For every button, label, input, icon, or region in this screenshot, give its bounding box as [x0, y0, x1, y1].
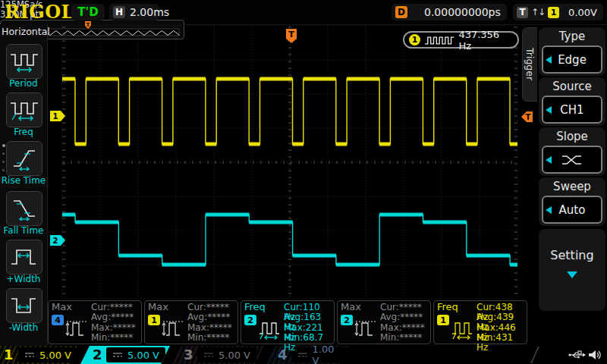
measurement-value-row: Min:*****	[380, 333, 422, 343]
pulse-train-icon	[424, 35, 454, 46]
expand-down-icon	[567, 271, 577, 278]
measurement-value-row: Cur:*****	[91, 303, 133, 312]
measurement-value-row: Min:*****	[91, 333, 133, 343]
freq-measure-icon	[450, 318, 474, 340]
measure-icon-holder	[64, 318, 89, 344]
trigger-status-badge: T'D	[71, 4, 105, 20]
sweep-button[interactable]: Auto	[542, 196, 602, 224]
delay-value: 0.00000000ps	[424, 6, 501, 18]
menu-item-label: Fall Time	[0, 225, 47, 236]
freq-measure-icon	[257, 318, 281, 340]
source-button[interactable]: CH1	[542, 96, 602, 124]
channel-scale-box: 5.00 V	[197, 347, 256, 362]
channel-number: 2	[93, 347, 102, 362]
type-button[interactable]: Edge	[542, 46, 602, 74]
trigger-tab: Trigger	[522, 27, 537, 102]
measurement-value-row: Max:*****	[91, 323, 136, 333]
trigger-label: T	[517, 7, 528, 18]
scroll-indicator-dot	[2, 161, 5, 163]
fall-time-icon	[9, 196, 39, 221]
menu-item-freq[interactable]	[6, 93, 42, 127]
rigol-logo: RIGOL	[5, 1, 74, 23]
measurement-value-row: Cur:*****	[380, 303, 422, 312]
channel-1-block[interactable]: 15.00 V	[0, 346, 79, 364]
sweep-value: Auto	[559, 203, 586, 217]
trigger-info-box[interactable]: T ↑↓ 1 0.00V	[513, 4, 603, 20]
measurement-value-row: Min:68.7 Hz	[284, 333, 334, 353]
menu-section-sweep: SweepAuto	[539, 177, 605, 226]
h-label: H	[113, 6, 125, 18]
menu-item-fall-time[interactable]	[6, 191, 42, 226]
trigger-level-value: 0.00V	[568, 7, 597, 18]
measurement-panel-2[interactable]: Max1Cur:*****Avg:*****Max:*****Min:*****	[144, 300, 238, 344]
section-title-type: Type	[539, 27, 605, 43]
menu-arrow-left-icon	[546, 156, 552, 164]
svg-text:2: 2	[53, 237, 58, 245]
waveform-display: TT12	[47, 24, 537, 300]
menu-item-period[interactable]	[6, 44, 42, 79]
menu-section-type: TypeEdge	[539, 27, 605, 76]
menu-section-slope: Slope	[539, 127, 605, 176]
max-measure-icon	[161, 318, 185, 340]
both-slopes-icon	[561, 154, 583, 166]
measurement-value-row: Cur:*****	[187, 303, 229, 312]
menu-arrow-left-icon	[546, 206, 552, 214]
usb-icon	[568, 350, 586, 360]
measure-icon-holder	[450, 318, 474, 344]
channel-1-badge: 1	[409, 34, 420, 46]
slope-button[interactable]	[542, 146, 602, 174]
channel-scale-value: 5.00 V	[127, 350, 159, 361]
channel-3-block[interactable]: 35.00 V	[171, 346, 264, 364]
dc-coupling-icon	[203, 351, 214, 359]
channel-number: 3	[184, 347, 193, 362]
sound-icon	[588, 349, 602, 361]
menu-arrow-left-icon	[546, 56, 552, 64]
section-title-sweep: Sweep	[539, 177, 605, 193]
measurement-type-label: Max	[148, 301, 168, 312]
horizontal-timebase-box[interactable]: H 2.00ms	[109, 4, 159, 20]
svg-text:1: 1	[53, 112, 58, 121]
max-measure-icon	[354, 318, 378, 340]
menu-item--width[interactable]	[6, 240, 42, 275]
measure-icon-holder	[354, 318, 378, 344]
measurement-type-label: Max	[52, 301, 72, 312]
scroll-indicator-dot	[2, 152, 5, 155]
trigger-tab-label: Trigger	[524, 48, 536, 80]
oscilloscope-screen: RIGOL T'D H 2.00ms 125MSa/s 3.00M pts T …	[0, 0, 607, 364]
measurement-panel-4[interactable]: Max2Cur:*****Avg:*****Max:*****Min:*****	[337, 300, 431, 344]
measurement-panel-3[interactable]: Freq2Cur:110 HzAvg:163 HzMax:221 HzMin:6…	[241, 300, 335, 344]
channel-scale-box: 5.00 V	[18, 347, 77, 362]
delay-box[interactable]: D 0.00000000ps	[392, 4, 507, 20]
slope-arrows-icon: ↑↓	[531, 7, 545, 17]
menu-item-rise-time[interactable]	[6, 141, 42, 176]
freq-icon	[9, 98, 39, 122]
source-value: CH1	[560, 103, 583, 117]
section-title-slope: Slope	[539, 127, 605, 143]
measurement-panel-1[interactable]: Max4Cur:*****Avg:*****Max:*****Min:*****	[48, 300, 142, 344]
measurement-channel-badge: 2	[244, 315, 256, 325]
measurement-value-row: Max:*****	[380, 323, 425, 333]
measurement-value-row: Max:*****	[187, 323, 232, 333]
measurement-value-row: Avg:*****	[91, 312, 134, 322]
menu-item-label: -Width	[0, 322, 47, 333]
trigger-source-badge: 1	[548, 7, 559, 18]
measurement-channel-badge: 2	[341, 315, 353, 325]
channel-scale-box: 5.00 V	[106, 347, 165, 362]
measurement-value-row: Avg:*****	[380, 312, 423, 322]
menu-section-setting[interactable]: Setting	[539, 229, 605, 311]
measurement-panel-5[interactable]: Freq1Cur:438 HzAvg:439 HzMax:446 HzMin:4…	[433, 300, 527, 344]
period-icon	[9, 49, 39, 74]
menu-arrow-left-icon	[546, 106, 552, 114]
measurement-value-row: Min:431 Hz	[476, 333, 527, 353]
channel-2-block[interactable]: 25.00 V	[80, 346, 170, 364]
measurement-value-row: Avg:*****	[187, 312, 230, 322]
frequency-value: 437.356 Hz	[458, 29, 513, 52]
menu-section-source: SourceCH1	[539, 77, 605, 126]
menu-item-label: Freq	[0, 127, 47, 137]
menu-item-label: Period	[0, 78, 47, 89]
menu-title: Horizontal	[2, 26, 47, 37]
type-value: Edge	[558, 53, 587, 67]
delay-label: D	[395, 6, 407, 18]
measurement-channel-badge: 4	[52, 315, 64, 325]
menu-item--width[interactable]	[6, 288, 42, 323]
